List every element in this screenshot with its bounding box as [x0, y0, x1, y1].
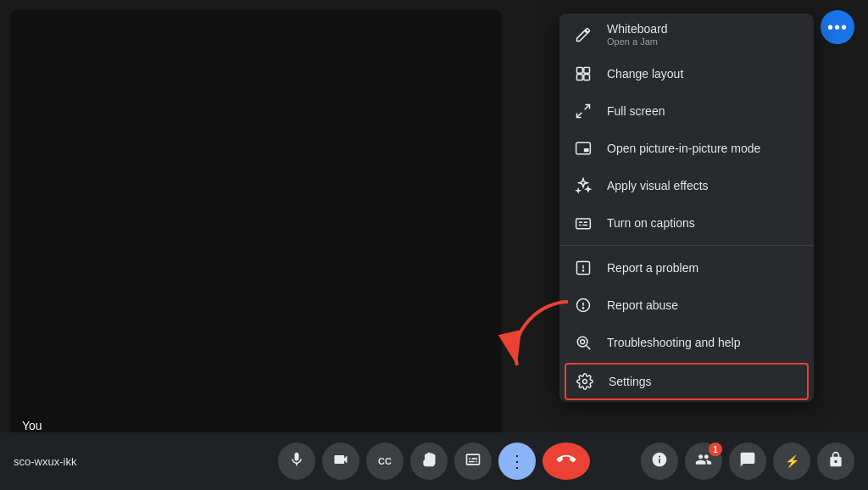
end-call-button[interactable] — [542, 443, 590, 480]
fullscreen-icon — [573, 101, 593, 121]
menu-item-settings[interactable]: Settings — [565, 363, 809, 400]
more-button[interactable]: ⋮ — [498, 443, 536, 480]
meeting-code: sco-wxux-ikk — [14, 455, 107, 468]
controls-right: 1 ⚡ — [641, 443, 854, 480]
svg-point-21 — [581, 340, 585, 344]
menu-item-change-layout[interactable]: Change layout — [559, 55, 814, 92]
svg-line-20 — [587, 346, 591, 350]
raise-hand-icon — [420, 451, 437, 472]
settings-label: Settings — [609, 375, 652, 388]
lock-icon — [827, 451, 844, 472]
menu-item-fullscreen[interactable]: Full screen — [559, 92, 814, 130]
svg-rect-2 — [577, 75, 583, 81]
whiteboard-icon — [573, 25, 593, 45]
mic-button[interactable] — [278, 443, 315, 480]
menu-item-report-problem[interactable]: Report a problem — [559, 249, 814, 287]
pip-label: Open picture-in-picture mode — [607, 142, 760, 155]
activities-icon: ⚡ — [785, 454, 799, 468]
svg-point-15 — [582, 270, 583, 271]
change-layout-label: Change layout — [607, 67, 683, 81]
troubleshoot-label: Troubleshooting and help — [607, 336, 741, 349]
end-call-icon — [557, 450, 576, 473]
svg-point-19 — [577, 337, 587, 347]
captions-icon — [573, 213, 593, 233]
visual-effects-label: Apply visual effects — [607, 179, 709, 192]
info-button[interactable] — [641, 443, 678, 480]
self-video-tile: You — [10, 10, 502, 443]
menu-item-report-abuse[interactable]: Report abuse — [559, 287, 814, 324]
svg-rect-0 — [577, 68, 583, 74]
svg-rect-8 — [576, 219, 591, 229]
captions-label: Turn on captions — [607, 216, 695, 230]
report-problem-label: Report a problem — [607, 261, 698, 275]
menu-item-troubleshoot[interactable]: Troubleshooting and help — [559, 324, 814, 361]
whiteboard-label: Whiteboard — [607, 22, 668, 36]
report-abuse-icon — [573, 295, 593, 315]
visual-effects-icon — [573, 175, 593, 196]
fullscreen-label: Full screen — [607, 104, 665, 118]
bottom-bar: sco-wxux-ikk CC — [0, 432, 868, 490]
pip-icon — [573, 138, 593, 159]
menu-divider-1 — [559, 245, 814, 246]
people-badge: 1 — [709, 443, 722, 456]
more-vertical-icon: ⋮ — [509, 451, 526, 471]
mic-icon — [288, 451, 305, 472]
self-label: You — [22, 419, 42, 432]
menu-item-captions[interactable]: Turn on captions — [559, 204, 814, 242]
troubleshoot-icon — [573, 332, 593, 353]
settings-icon — [575, 371, 595, 392]
menu-item-whiteboard[interactable]: Whiteboard Open a Jam — [559, 14, 814, 55]
lock-button[interactable] — [817, 443, 854, 480]
report-problem-icon — [573, 258, 593, 278]
camera-icon — [332, 451, 349, 472]
cc-icon: CC — [378, 456, 392, 466]
info-icon — [651, 451, 668, 472]
change-layout-icon — [573, 64, 593, 84]
svg-rect-3 — [584, 75, 590, 81]
raise-hand-button[interactable] — [410, 443, 448, 480]
people-button[interactable]: 1 — [685, 443, 722, 480]
captions-button[interactable]: CC — [366, 443, 403, 480]
menu-item-pip[interactable]: Open picture-in-picture mode — [559, 130, 814, 167]
svg-line-5 — [577, 113, 582, 118]
svg-line-4 — [585, 105, 590, 110]
report-abuse-label: Report abuse — [607, 298, 678, 312]
dropdown-menu: Whiteboard Open a Jam Change layout Full — [559, 14, 814, 402]
chat-icon — [739, 451, 756, 472]
chat-button[interactable] — [729, 443, 766, 480]
activities-button[interactable]: ⚡ — [773, 443, 810, 480]
more-options-button[interactable]: ••• — [821, 10, 854, 44]
svg-rect-7 — [584, 148, 589, 152]
menu-item-visual-effects[interactable]: Apply visual effects — [559, 167, 814, 204]
three-dot-icon: ••• — [827, 18, 848, 37]
camera-button[interactable] — [322, 443, 359, 480]
svg-rect-1 — [584, 68, 590, 74]
svg-point-18 — [582, 308, 583, 309]
svg-point-22 — [583, 380, 587, 384]
present-button[interactable] — [454, 443, 492, 480]
whiteboard-subtitle: Open a Jam — [607, 36, 668, 47]
controls-center: CC ⋮ — [278, 443, 590, 480]
present-icon — [465, 451, 481, 472]
